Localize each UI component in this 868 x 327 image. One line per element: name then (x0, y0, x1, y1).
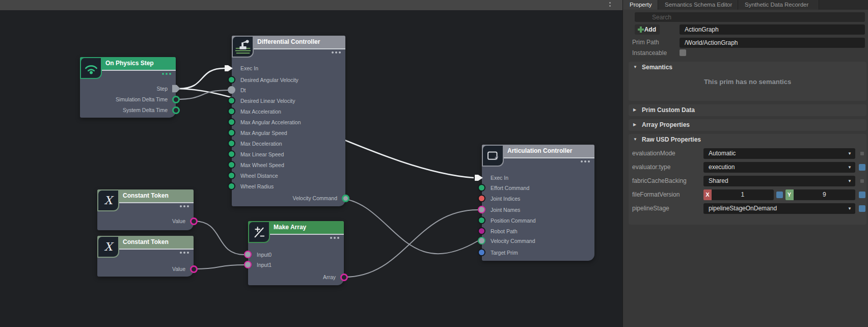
dropdown-value: Automatic (709, 148, 855, 159)
dropdown-evaluator-type[interactable]: execution▼ (703, 162, 855, 173)
node-options-ellipsis-icon[interactable] (180, 205, 189, 207)
output-pin-icon[interactable] (342, 195, 349, 202)
indicator-fileformatversion[interactable] (859, 192, 865, 198)
section-header-semantics[interactable]: ▼Semantics (629, 62, 866, 73)
port-label-exec-in: Exec In (240, 65, 258, 71)
tab-semantics-schema-editor[interactable]: Semantics Schema Editor (658, 0, 738, 10)
wire-array-to-joint-names (344, 210, 478, 277)
node-differential-controller[interactable]: Differential ControllerExec InDesired An… (232, 36, 345, 206)
section-prim-custom-data: ▶Prim Custom Data (629, 104, 866, 116)
input-pin-icon[interactable] (228, 97, 235, 104)
output-pin-icon[interactable] (172, 106, 180, 114)
property-row-evaluator-type: evaluator:typeexecution▼ (629, 162, 866, 176)
port-label-step: Step (156, 84, 168, 94)
input-pin-icon[interactable] (478, 237, 485, 244)
dropdown-fabriccachebacking[interactable]: Shared▼ (703, 176, 855, 186)
input-pin-icon[interactable] (478, 195, 485, 202)
input-pin-icon[interactable] (228, 86, 235, 94)
node-graph-canvas[interactable]: On Physics StepStepSimulation Delta Time… (0, 0, 622, 327)
input-pin-icon[interactable] (228, 150, 235, 158)
input-pin-icon[interactable] (244, 261, 252, 268)
node-title-on-physics-step: On Physics Step (105, 57, 154, 70)
tab-property[interactable]: Property (623, 0, 658, 10)
y-value-field[interactable]: 9 (794, 189, 856, 200)
port-wheel-radius: Wheel Radius (232, 181, 345, 192)
input-pin-icon[interactable] (228, 182, 235, 190)
dropdown-pipelinestage[interactable]: pipelineStageOnDemand▼ (703, 203, 855, 214)
section-header-prim-custom-data[interactable]: ▶Prim Custom Data (629, 104, 866, 116)
input-pin-icon[interactable] (478, 206, 485, 213)
node-constant-token-1[interactable]: XConstant TokenValue (97, 189, 194, 230)
search-input[interactable] (635, 12, 865, 22)
vector-field-fileformatversion: X1Y9 (703, 189, 855, 200)
port-robot-path: Robot Path (482, 226, 594, 236)
omniverse-action-graph-window: On Physics StepStepSimulation Delta Time… (0, 0, 868, 327)
node-articulation-controller[interactable]: Articulation ControllerExec InEffort Com… (482, 145, 594, 261)
instanceable-checkbox[interactable] (680, 49, 686, 56)
semantics-empty-text: This prim has no semantics (629, 78, 866, 86)
port-label-value: Value (172, 216, 185, 226)
node-on-physics-step[interactable]: On Physics StepStepSimulation Delta Time… (80, 57, 176, 118)
indicator-evaluationmode[interactable] (859, 150, 865, 157)
input-pin-icon[interactable] (228, 107, 235, 115)
input-pin-icon[interactable] (228, 76, 235, 84)
chevron-right-icon: ▶ (633, 104, 636, 116)
input-pin-icon[interactable] (478, 184, 485, 192)
port-max-deceleration: Max Deceleration (232, 139, 345, 149)
input-pin-icon[interactable] (478, 216, 485, 224)
port-label-max-linear-speed: Max Linear Speed (240, 151, 284, 157)
node-title-articulation-controller: Articulation Controller (507, 145, 572, 157)
indicator-fabriccachebacking[interactable] (859, 178, 865, 184)
port-label-target-prim: Target Prim (491, 250, 518, 256)
add-button[interactable]: Add (635, 24, 660, 35)
node-options-ellipsis-icon[interactable] (180, 252, 189, 254)
port-joint-indices: Joint Indices (482, 194, 594, 204)
port-label-simulation-delta-time: Simulation Delta Time (116, 94, 168, 104)
add-button-label: Add (644, 26, 656, 33)
output-pin-icon[interactable] (190, 265, 198, 273)
output-pin-icon[interactable] (190, 217, 198, 225)
port-label-exec-in: Exec In (491, 175, 508, 181)
port-simulation-delta-time: Simulation Delta Time (80, 94, 176, 104)
port-label-joint-names: Joint Names (491, 207, 520, 213)
port-label-max-acceleration: Max Acceleration (240, 108, 281, 115)
prim-path-field[interactable] (680, 38, 865, 48)
property-row-evaluationmode: evaluationModeAutomatic▼ (629, 148, 866, 162)
input-pin-icon[interactable] (228, 161, 235, 169)
dropdown-arrow-icon: ▼ (848, 162, 852, 173)
node-make-array[interactable]: Make ArrayInput0Input1Array (248, 221, 344, 285)
property-row-fabriccachebacking: fabricCacheBackingShared▼ (629, 176, 866, 189)
section-header-array-properties[interactable]: ▶Array Properties (629, 119, 866, 130)
node-options-ellipsis-icon[interactable] (332, 51, 341, 53)
x-value-field[interactable]: 1 (712, 189, 774, 200)
input-pin-icon[interactable] (228, 172, 235, 179)
output-pin-icon[interactable] (340, 274, 348, 281)
axis-x-badge: X (703, 189, 712, 200)
default-indicator-blue[interactable] (776, 192, 783, 198)
tab-synthetic-data-recorder[interactable]: Synthetic Data Recorder (738, 0, 819, 10)
node-options-ellipsis-icon[interactable] (162, 73, 171, 75)
dropdown-evaluationmode[interactable]: Automatic▼ (703, 148, 855, 159)
indicator-evaluator-type[interactable] (859, 164, 865, 171)
input-pin-icon[interactable] (478, 227, 485, 235)
property-label-evaluationmode: evaluationMode (632, 148, 675, 159)
indicator-pipelinestage[interactable] (859, 205, 865, 212)
input-pin-icon[interactable] (228, 118, 235, 126)
input-pin-icon[interactable] (228, 129, 235, 137)
port-label-input0: Input0 (257, 252, 272, 258)
node-options-ellipsis-icon[interactable] (330, 237, 339, 239)
node-constant-token-2[interactable]: XConstant TokenValue (97, 236, 194, 277)
add-plus-icon (638, 26, 644, 33)
output-pin-icon[interactable] (172, 96, 180, 103)
dropdown-arrow-icon: ▼ (848, 203, 852, 214)
section-header-raw-usd-properties[interactable]: ▼Raw USD Properties (629, 134, 866, 145)
node-options-ellipsis-icon[interactable] (581, 160, 590, 162)
section-raw-usd-properties: ▼Raw USD PropertiesevaluationModeAutomat… (629, 134, 866, 225)
port-max-linear-speed: Max Linear Speed (232, 149, 345, 159)
instanceable-label: Instanceable (632, 49, 667, 57)
input-pin-icon[interactable] (478, 249, 485, 256)
chevron-right-icon: ▶ (633, 119, 636, 130)
prim-name-field[interactable] (680, 24, 865, 35)
input-pin-icon[interactable] (244, 251, 252, 258)
input-pin-icon[interactable] (228, 140, 235, 147)
